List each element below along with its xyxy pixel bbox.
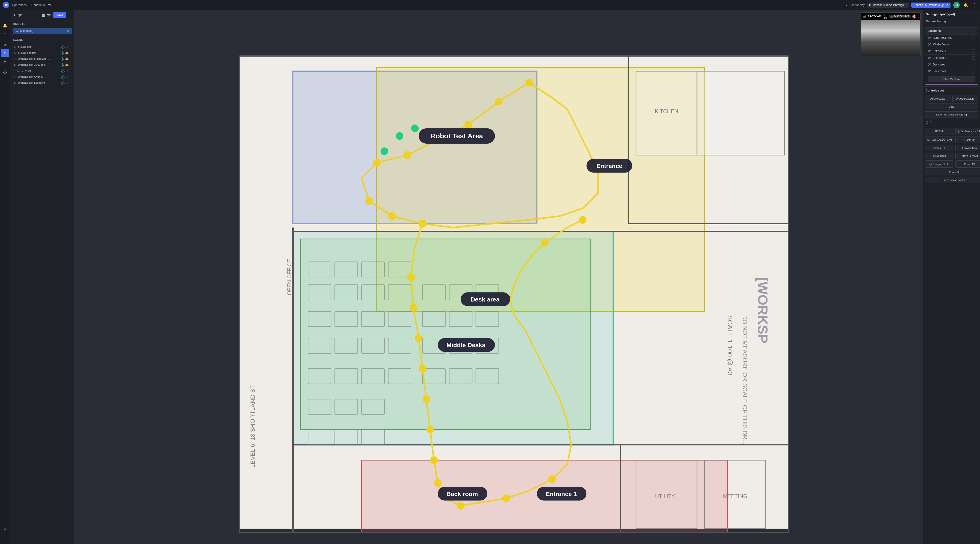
- floor-plan-svg: SCALE 1:100 @ A3 DO NOT MEASURE OR SCALE…: [75, 10, 923, 544]
- notifications-icon[interactable]: 🔔: [963, 2, 969, 8]
- robot-item-spot[interactable]: ▲ spot (spot): [13, 28, 72, 34]
- scene-item-name: ground-shadow: [18, 51, 59, 54]
- goto-anchor-crs-button[interactable]: ◎ Go To Anchor CRS: [955, 128, 980, 135]
- robots-more-icon[interactable]: ⋮: [68, 22, 72, 26]
- goto-anchor-local-button[interactable]: ◎ GoTo Anchor Local: [925, 136, 954, 143]
- location-checkbox[interactable]: [972, 63, 975, 66]
- grid-icon[interactable]: ▦: [41, 13, 45, 17]
- disconnect-button[interactable]: 📷 DISCONNECT: [889, 15, 911, 18]
- expand-icon[interactable]: ⛶: [918, 14, 921, 18]
- mute-icon[interactable]: 🔇: [912, 14, 916, 19]
- dots-icon[interactable]: ⋮: [70, 45, 73, 49]
- location-item-entrance2[interactable]: 🗺 Entrance 2: [925, 54, 978, 61]
- anchor-icon[interactable]: ⚓: [61, 69, 65, 73]
- sidebar-map[interactable]: ◎: [1, 40, 9, 48]
- svg-point-60: [403, 151, 411, 159]
- walkthrough-open-button[interactable]: Robotic 360 Walkthrough ↗: [911, 3, 950, 8]
- scene-item-ground-grid[interactable]: ◈ ground-grid ⚓ 👁 ⋮: [10, 44, 75, 50]
- sidebar-bottom-arrow[interactable]: →: [1, 534, 9, 542]
- user-avatar[interactable]: ST: [953, 2, 960, 8]
- more-menu-icon[interactable]: ⋮: [972, 2, 977, 8]
- dock-finish-button[interactable]: Dock And Finish Recording: [925, 111, 978, 118]
- location-name: Desk area: [933, 63, 970, 66]
- aquire-lease-button[interactable]: Aquire Lease: [925, 95, 951, 102]
- sidebar-layers[interactable]: ⊞: [1, 30, 9, 39]
- eye-icon[interactable]: 👁: [66, 81, 69, 84]
- drag-handle-icon[interactable]: +: [13, 69, 14, 72]
- location-item-middle-desks[interactable]: 🗺 Middle Desks: [925, 41, 978, 48]
- controls-more-icon[interactable]: ⋮: [974, 89, 977, 92]
- dots-icon[interactable]: ⋮: [70, 57, 73, 60]
- eye-icon[interactable]: 👁: [66, 45, 69, 49]
- location-map-icon: 🗺: [928, 49, 931, 53]
- spot-icon-triangle: ▲: [13, 13, 16, 17]
- eye-off-icon[interactable]: 🙈: [65, 57, 69, 60]
- area-capture-button[interactable]: ◎ Area Capture: [952, 95, 978, 102]
- scene-item-locations[interactable]: ◆ DroneDeploy Locations ⚓ 👁 ⋮: [10, 80, 75, 86]
- location-checkbox[interactable]: [972, 56, 975, 59]
- camera-icon[interactable]: 📷: [47, 13, 51, 17]
- svg-text:SCALE 1:100 @ A3: SCALE 1:100 @ A3: [726, 315, 734, 375]
- sidebar-list[interactable]: ≡: [1, 525, 9, 533]
- sidebar-robot[interactable]: ⚙: [1, 49, 9, 57]
- scene-item-3d-model[interactable]: ◆ DroneDeploy 3D Model ⚓ 🙈 ⋮: [10, 62, 75, 68]
- anchor-icon[interactable]: ⚓: [61, 75, 65, 79]
- sidebar-settings[interactable]: ⚙: [1, 58, 9, 67]
- lights-off-button[interactable]: Lights Off: [955, 136, 980, 143]
- anchor-icon[interactable]: ⚓: [60, 57, 64, 60]
- process-map-button[interactable]: Process Map Toplogy: [925, 177, 980, 183]
- power-on-button[interactable]: Power On: [925, 169, 980, 175]
- location-checkbox[interactable]: [972, 36, 975, 40]
- location-item-robot-test[interactable]: 🗺 Robot Test Area: [925, 34, 978, 41]
- dock-button[interactable]: Dock: [925, 103, 978, 110]
- localize-spot-button[interactable]: Localize Spot: [955, 145, 980, 151]
- move-forward-button[interactable]: Move Forward: [955, 153, 980, 159]
- location-item-back-room[interactable]: 🗺 Back room: [925, 68, 978, 75]
- location-item-entrance1[interactable]: 🗺 Entrance 1: [925, 48, 978, 54]
- scene-section-header: Scene ⋮: [10, 36, 75, 44]
- eye-icon[interactable]: 👁: [66, 75, 69, 79]
- sidebar-home[interactable]: ⌂: [1, 12, 9, 20]
- left-panel: ▲ spot ▦ 📷 Save ⋮ Robots ⋮ ▲ spot (spot): [10, 10, 75, 544]
- location-item-desk-area[interactable]: 🗺 Desk area: [925, 61, 978, 68]
- map-anchoring-toggle[interactable]: Map Anchoring ‹: [923, 18, 980, 25]
- dots-icon[interactable]: ⋮: [70, 81, 73, 84]
- svg-point-79: [396, 132, 403, 140]
- start-capture-button[interactable]: Start Capture: [928, 76, 975, 82]
- anchor-icon[interactable]: ⚓: [61, 45, 65, 49]
- svg-text:LEVEL 6, 18 SHORTLAND ST: LEVEL 6, 18 SHORTLAND ST: [249, 385, 256, 468]
- location-checkbox[interactable]: [972, 70, 975, 73]
- location-checkbox[interactable]: [972, 43, 975, 46]
- dots-icon[interactable]: ⋮: [70, 75, 73, 79]
- anchor-icon[interactable]: ⚓: [60, 51, 64, 55]
- lights-on-button[interactable]: Lights On: [925, 145, 954, 151]
- scene-item-flight-map[interactable]: ▷ DroneDeploy Flight Map-… ⚓ 🙈 ⋮: [10, 56, 75, 62]
- dots-icon[interactable]: ⋮: [70, 63, 73, 67]
- eye-off-icon[interactable]: 🙈: [65, 63, 69, 67]
- dots-icon[interactable]: ⋮: [70, 69, 73, 73]
- locations-panel-header: Locations ▾: [925, 27, 978, 34]
- sidebar-anchor[interactable]: ⚓: [1, 67, 9, 76]
- main-map-area[interactable]: SCALE 1:100 @ A3 DO NOT MEASURE OR SCALE…: [75, 10, 923, 544]
- eye-off-icon[interactable]: 🙈: [65, 51, 69, 55]
- locations-chevron[interactable]: ▾: [974, 30, 975, 32]
- anchor-icon[interactable]: ⚓: [61, 81, 65, 84]
- eye-icon[interactable]: 👁: [66, 69, 69, 73]
- estop-label: ESTOP: [935, 130, 943, 133]
- dots-icon[interactable]: ⋮: [70, 51, 73, 55]
- scene-item-utm60[interactable]: + ◎ UTM 60 ⚓ 👁 ⋮: [10, 68, 75, 74]
- scene-item-overlay[interactable]: ▷ DroneDeploy Overlay ⚓ 👁 ⋮: [10, 74, 75, 80]
- move-back-button[interactable]: Move Back: [925, 153, 954, 159]
- scene-more-icon[interactable]: ⋮: [68, 38, 72, 42]
- walkthrough-selector[interactable]: ⊞ Robotic 360 Walkthrough ▾: [867, 3, 908, 8]
- scene-item-ground-shadow[interactable]: ◈ ground-shadow ⚓ 🙈 ⋮: [10, 50, 75, 56]
- anchor-icon[interactable]: ⚓: [60, 63, 64, 67]
- power-off-button[interactable]: Power Off: [955, 161, 980, 168]
- panel-more-icon[interactable]: ⋮: [68, 13, 72, 17]
- polygon-goto-button[interactable]: ◎ Polygon Go To: [925, 161, 954, 168]
- sidebar-bell[interactable]: 🔔: [1, 21, 9, 30]
- estop-button[interactable]: ESTOP: [925, 128, 954, 135]
- save-button[interactable]: Save: [53, 12, 66, 18]
- location-checkbox[interactable]: [972, 49, 975, 53]
- breadcrumb-operations[interactable]: Operations: [12, 3, 27, 7]
